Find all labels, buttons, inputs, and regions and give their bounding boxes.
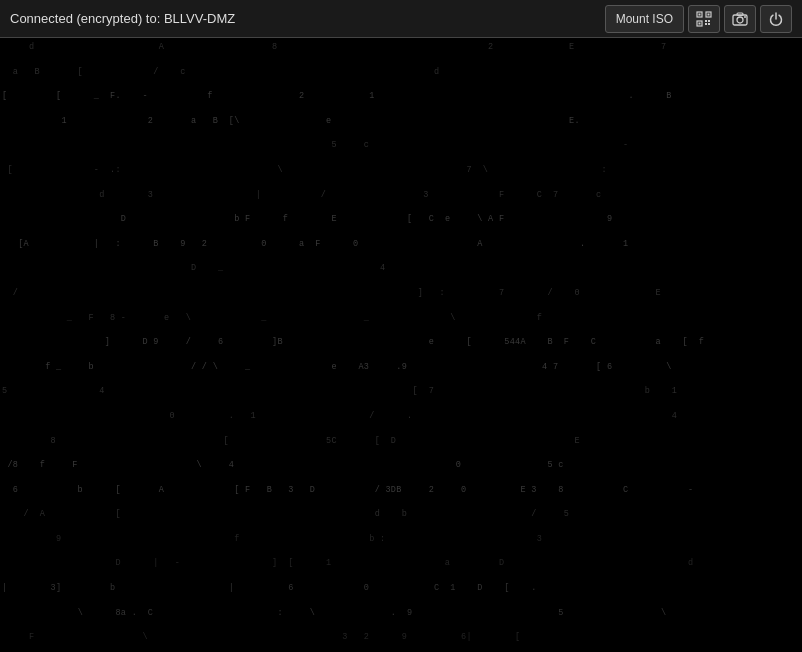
svg-rect-5: [699, 22, 701, 24]
terminal-display: d A 8 2 E 7 a B [ / c: [0, 38, 802, 652]
svg-rect-3: [708, 13, 710, 15]
svg-rect-8: [705, 23, 707, 25]
svg-rect-12: [737, 13, 743, 16]
header-controls: Mount ISO: [605, 5, 792, 33]
power-icon: [768, 11, 784, 27]
camera-icon: [732, 11, 748, 27]
svg-rect-1: [699, 13, 701, 15]
svg-rect-6: [705, 20, 707, 22]
screenshot-button[interactable]: [724, 5, 756, 33]
qr-icon: [696, 11, 712, 27]
svg-point-13: [744, 16, 746, 18]
svg-rect-7: [708, 20, 710, 22]
connection-status: Connected (encrypted) to: BLLVV-DMZ: [10, 11, 235, 26]
svg-point-11: [737, 17, 743, 23]
qr-code-button[interactable]: [688, 5, 720, 33]
terminal-output: d A 8 2 E 7 a B [ / c: [2, 42, 800, 652]
power-button[interactable]: [760, 5, 792, 33]
header-bar: Connected (encrypted) to: BLLVV-DMZ Moun…: [0, 0, 802, 38]
svg-rect-9: [708, 23, 710, 25]
mount-iso-button[interactable]: Mount ISO: [605, 5, 684, 33]
